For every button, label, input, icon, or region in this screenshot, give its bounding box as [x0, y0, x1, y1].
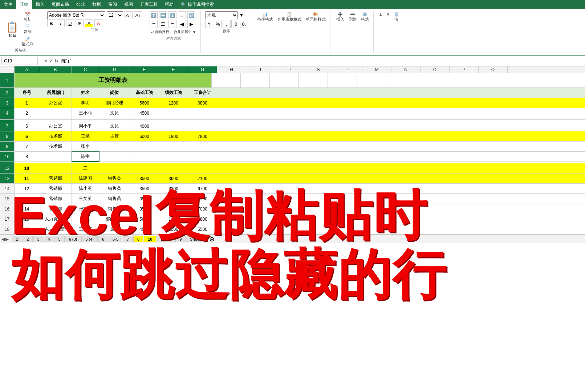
row-header-16[interactable]: 16 — [0, 204, 15, 214]
cell-d15[interactable]: 销售员 — [99, 194, 130, 204]
cell-g8[interactable]: 7800 — [188, 131, 217, 141]
col-header-d[interactable]: D — [99, 66, 130, 73]
cell-c7[interactable]: 周小平 — [72, 121, 99, 131]
cell-g5[interactable] — [188, 118, 217, 119]
row-header-13[interactable]: 13 — [0, 173, 15, 184]
cell-g11[interactable] — [188, 162, 217, 163]
cell-b3[interactable]: 办公室 — [39, 98, 72, 108]
cell-a13[interactable]: 11 — [15, 173, 39, 183]
cell-d18[interactable]: 文员 — [99, 224, 130, 234]
cell-d12[interactable] — [99, 163, 130, 173]
cell-e7[interactable]: 4000 — [130, 121, 159, 131]
cell-b4[interactable] — [39, 108, 72, 118]
cell-c17[interactable]: 孙佳 — [72, 214, 99, 224]
cell-d8[interactable]: 主管 — [99, 131, 130, 141]
cell-h18[interactable] — [217, 224, 246, 234]
tab-formulas[interactable]: 公式 — [73, 0, 89, 9]
sheet-tab-6-5[interactable]: 6-5 — [109, 236, 122, 242]
cell-a8[interactable]: 6 — [15, 131, 39, 141]
cell-c5[interactable] — [72, 118, 99, 119]
col-header-c[interactable]: C — [72, 66, 99, 73]
cell-e8[interactable]: 6000 — [130, 131, 159, 141]
tab-search[interactable]: 🔍 操作说明搜索 — [177, 0, 218, 9]
wrap-text-button[interactable]: ↵ 自动换行 — [150, 29, 171, 35]
format-painter-button[interactable]: 🖌️ 格式刷 — [20, 36, 35, 48]
scroll-left-icon[interactable]: ◀ — [1, 237, 5, 242]
sheet-tab-2[interactable]: 2 — [23, 236, 33, 242]
cell-b7[interactable]: 办公室 — [39, 121, 72, 131]
increase-decimal-button[interactable]: .0 — [231, 20, 239, 28]
row-header-18[interactable]: 18 — [0, 224, 15, 234]
tab-insert[interactable]: 插入 — [32, 0, 48, 9]
number-format-select[interactable]: 常规 — [205, 11, 238, 19]
cell-d17[interactable]: 部门经理 — [99, 214, 130, 224]
cell-style-button[interactable]: 🎨 单元格样式 — [304, 11, 327, 53]
col-header-m[interactable]: M — [362, 66, 391, 73]
add-sheet-button[interactable]: ⊕ — [207, 235, 217, 243]
cell-e16[interactable]: 3500 — [130, 204, 159, 214]
cell-h1[interactable] — [212, 73, 241, 87]
sheet-tab-1[interactable]: 1 — [12, 236, 22, 242]
sheet-tab-7[interactable]: 7 — [123, 236, 133, 242]
cell-g3[interactable]: 6800 — [188, 98, 217, 108]
cell-a3[interactable]: 1 — [15, 98, 39, 108]
cell-b10[interactable] — [39, 152, 72, 162]
cell-h14[interactable] — [217, 184, 246, 193]
cell-f11[interactable] — [159, 162, 188, 163]
formula-input[interactable] — [60, 58, 585, 64]
cell-b14[interactable]: 营销部 — [39, 184, 72, 193]
cell-c15[interactable]: 王文英 — [72, 194, 99, 204]
cell-f14[interactable]: 3200 — [159, 184, 188, 193]
tab-developer[interactable]: 开发工具 — [137, 0, 161, 9]
cell-m1[interactable] — [357, 73, 386, 87]
cell-h13[interactable] — [217, 173, 246, 183]
col-header-e[interactable]: E — [130, 66, 159, 73]
cell-g14[interactable]: 6700 — [188, 184, 217, 193]
cell-h15[interactable] — [217, 194, 246, 204]
cell-e15[interactable]: 3500 — [130, 194, 159, 204]
cell-g13[interactable]: 7100 — [188, 173, 217, 183]
decrease-indent-button[interactable]: ◀ — [178, 20, 186, 28]
row-header-9[interactable]: 9 — [0, 142, 15, 152]
col-header-o[interactable]: O — [421, 66, 450, 73]
cell-i2[interactable] — [246, 88, 275, 98]
align-left-button[interactable]: ≡ — [150, 20, 158, 28]
tab-help[interactable]: 帮助 — [161, 0, 177, 9]
align-bottom-button[interactable]: ⬇️ — [168, 11, 176, 19]
row-header-15[interactable]: 15 — [0, 194, 15, 204]
clear-button[interactable]: 🗑️ 清 — [393, 11, 401, 53]
align-middle-button[interactable]: ➡️ — [159, 11, 167, 19]
cell-b16[interactable]: 营销部 — [39, 204, 72, 214]
cell-a14[interactable]: 12 — [15, 184, 39, 193]
cell-c11[interactable] — [72, 162, 99, 163]
cell-h3[interactable] — [217, 98, 246, 108]
cell-p1[interactable] — [444, 73, 473, 87]
cell-b11[interactable] — [39, 162, 72, 163]
cell-f17[interactable]: 1200 — [159, 214, 188, 224]
cell-e9[interactable] — [130, 142, 159, 151]
cell-j2[interactable] — [275, 88, 304, 98]
cell-h17[interactable] — [217, 214, 246, 224]
cell-h12[interactable] — [217, 163, 246, 173]
cell-e13[interactable]: 3500 — [130, 173, 159, 183]
sheet-tab-6-4[interactable]: 6 (4) — [81, 236, 98, 242]
cell-c3[interactable]: 李明 — [72, 98, 99, 108]
cell-d5[interactable] — [99, 118, 130, 119]
sheet-tab-4[interactable]: 4 — [44, 236, 54, 242]
cell-g6[interactable] — [188, 120, 217, 121]
col-header-l[interactable]: L — [333, 66, 362, 73]
increase-indent-button[interactable]: ▶ — [187, 20, 195, 28]
cell-h7[interactable] — [217, 121, 246, 131]
cell-c14[interactable]: 陈小英 — [72, 184, 99, 193]
font-color-button[interactable]: A — [94, 19, 102, 27]
header-perf-salary[interactable]: 绩效工资 — [159, 88, 188, 98]
cell-f9[interactable] — [159, 142, 188, 151]
cell-f5[interactable] — [159, 118, 188, 119]
row-header-17[interactable]: 17 — [0, 214, 15, 224]
header-position[interactable]: 岗位 — [99, 88, 130, 98]
col-header-g[interactable]: G — [188, 66, 217, 73]
col-header-f[interactable]: F — [159, 66, 188, 73]
cell-f10[interactable] — [159, 152, 188, 162]
cell-e17[interactable]: 5600 — [130, 214, 159, 224]
row-header-3[interactable]: 3 — [0, 98, 15, 108]
